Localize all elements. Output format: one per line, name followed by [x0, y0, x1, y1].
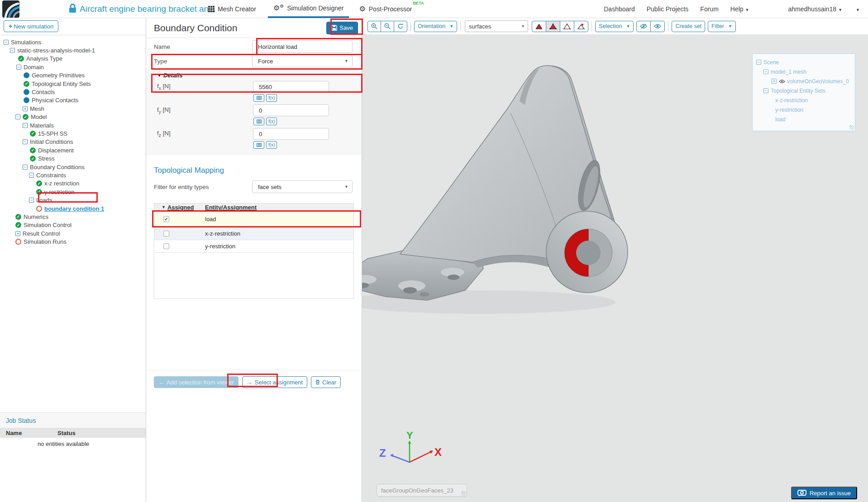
more-menu[interactable]: ▼: [854, 5, 860, 13]
scene-tree-item[interactable]: x-z-restriction: [753, 95, 855, 105]
save-button[interactable]: Save: [326, 22, 358, 34]
zoom-out-button[interactable]: [381, 21, 394, 32]
scene-tree-item[interactable]: load: [753, 114, 855, 124]
tree-expander-icon[interactable]: [756, 60, 761, 65]
table-row[interactable]: y-restriction: [154, 240, 353, 253]
table-row[interactable]: x-z-restriction: [154, 227, 353, 240]
new-simulation-button[interactable]: + New simulation: [4, 20, 58, 32]
resize-handle[interactable]: [849, 125, 854, 130]
surface-edges-render-button[interactable]: [546, 21, 560, 32]
table-input-button[interactable]: [253, 118, 264, 125]
assigned-column-header[interactable]: Assigned: [167, 204, 194, 211]
tree-item[interactable]: y restriction: [0, 188, 146, 196]
tree-expander-icon[interactable]: [16, 65, 21, 70]
tree-item[interactable]: Model: [0, 113, 146, 121]
force-value-input[interactable]: 0: [253, 104, 329, 116]
tree-item[interactable]: Initial Conditions: [0, 138, 146, 146]
wireframe-render-button[interactable]: [560, 21, 574, 32]
tree-item[interactable]: Physical Contacts: [0, 96, 146, 104]
formula-button[interactable]: f(x): [266, 141, 277, 149]
scene-tree-item[interactable]: y-restriction: [753, 105, 855, 114]
tree-expander-icon[interactable]: [15, 114, 20, 119]
clear-button[interactable]: Clear: [311, 376, 341, 388]
select-assignment-button[interactable]: → Select assignment: [242, 376, 307, 388]
face-group-label-input[interactable]: faceGroupOnGeoFaces_23: [377, 484, 467, 497]
tree-item[interactable]: Analysis Type: [0, 55, 146, 63]
points-render-button[interactable]: [574, 21, 588, 32]
tree-expander-icon[interactable]: [15, 231, 20, 236]
assigned-checkbox[interactable]: [163, 231, 169, 237]
tab-simulation-designer[interactable]: ⚙⚙ Simulation Designer: [268, 0, 349, 18]
assigned-checkbox[interactable]: [163, 216, 169, 222]
tree-expander-icon[interactable]: [23, 165, 28, 170]
tree-item[interactable]: x-z restriction: [0, 180, 146, 188]
selection-dropdown[interactable]: Selection ▼: [595, 21, 634, 32]
type-select[interactable]: Force ▼: [252, 55, 353, 67]
tree-item[interactable]: Result Control: [0, 229, 146, 237]
tab-mesh-creator[interactable]: Mesh Creator: [203, 0, 262, 18]
tree-item[interactable]: static-stress-analysis-model-1: [0, 46, 146, 54]
tree-expander-icon[interactable]: [29, 198, 34, 203]
show-selection-button[interactable]: [650, 21, 665, 32]
tree-item[interactable]: boundary condition 1: [0, 204, 146, 213]
nav-dashboard[interactable]: Dashboard: [604, 5, 635, 13]
tree-item[interactable]: Loads: [0, 196, 146, 204]
force-value-input[interactable]: 5560: [253, 81, 329, 93]
tree-item[interactable]: Displacement: [0, 146, 146, 154]
tree-expander-icon[interactable]: [23, 139, 28, 144]
tree-item[interactable]: Simulation Runs: [0, 237, 146, 246]
tree-item[interactable]: Simulations: [0, 38, 146, 46]
formula-button[interactable]: f(x): [266, 94, 277, 102]
hide-selection-button[interactable]: [636, 21, 651, 32]
tree-expander-icon[interactable]: [10, 48, 15, 53]
tree-expander-icon[interactable]: [763, 69, 768, 74]
sort-triangle-icon[interactable]: ▼: [162, 205, 166, 209]
scene-tree-item[interactable]: Scene: [753, 57, 855, 67]
tree-item[interactable]: Domain: [0, 63, 146, 71]
project-title[interactable]: Aircraft engine bearing bracket an...: [80, 4, 216, 14]
nav-help[interactable]: Help▼: [730, 5, 749, 13]
tree-expander-icon[interactable]: [772, 79, 777, 84]
force-value-input[interactable]: 0: [253, 128, 329, 140]
filter-dropdown[interactable]: Filter ▼: [708, 21, 736, 32]
tree-expander-icon[interactable]: [763, 88, 768, 93]
resize-handle[interactable]: [462, 491, 466, 496]
orientation-dropdown[interactable]: Orientation ▼: [414, 21, 457, 32]
tree-item[interactable]: Stress: [0, 154, 146, 162]
eye-icon[interactable]: [779, 79, 785, 84]
tree-expander-icon[interactable]: [23, 123, 28, 128]
details-header[interactable]: ▼ Details: [157, 72, 353, 79]
tree-item[interactable]: Simulation Control: [0, 221, 146, 229]
viewer-canvas[interactable]: Y X Z Scene: [362, 34, 868, 502]
render-mode-select[interactable]: surfaces ▼: [465, 20, 528, 32]
tree-item[interactable]: Numerics: [0, 213, 146, 221]
tree-item[interactable]: Topological Entity Sets: [0, 80, 146, 88]
tree-expander-icon[interactable]: [4, 40, 9, 45]
refresh-view-button[interactable]: [394, 21, 407, 32]
tree-item[interactable]: Contacts: [0, 88, 146, 96]
report-issue-button[interactable]: Report an issue: [791, 487, 857, 499]
table-row[interactable]: load: [154, 211, 353, 227]
user-menu[interactable]: ahmedhussain18▼: [788, 5, 843, 13]
assigned-checkbox[interactable]: [163, 243, 169, 249]
tree-item[interactable]: Constraints: [0, 171, 146, 179]
tree-expander-icon[interactable]: [29, 173, 34, 178]
tree-item[interactable]: Boundary Conditions: [0, 163, 146, 171]
tree-item[interactable]: Materials: [0, 121, 146, 129]
add-selection-from-viewer-button[interactable]: ← Add selection from viewer: [154, 376, 238, 388]
tree-item[interactable]: Mesh: [0, 104, 146, 113]
zoom-in-button[interactable]: [367, 21, 381, 32]
tree-expander-icon[interactable]: [23, 106, 28, 111]
scene-tree-item[interactable]: model_1 mesh: [753, 67, 855, 76]
tree-item[interactable]: 15-5PH SS: [0, 129, 146, 137]
name-input[interactable]: Horizontal load: [252, 40, 353, 53]
surface-render-button[interactable]: [532, 21, 546, 32]
create-set-button[interactable]: Create set: [672, 21, 705, 32]
tree-item[interactable]: Geometry Primitives: [0, 71, 146, 80]
formula-button[interactable]: f(x): [266, 118, 277, 125]
nav-forum[interactable]: Forum: [700, 5, 718, 13]
table-input-button[interactable]: [253, 141, 264, 149]
table-input-button[interactable]: [253, 94, 264, 102]
nav-public-projects[interactable]: Public Projects: [647, 5, 689, 13]
scene-tree-item[interactable]: Topological Entity Sets: [753, 86, 855, 95]
